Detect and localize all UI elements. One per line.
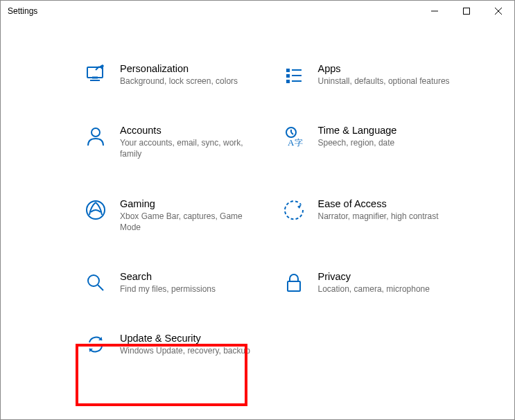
apps-icon xyxy=(282,63,306,87)
category-title: Update & Security xyxy=(120,333,261,344)
category-title: Privacy xyxy=(318,271,460,282)
svg-rect-9 xyxy=(286,74,290,78)
category-desc: Narrator, magnifier, high contrast xyxy=(318,211,460,222)
category-apps[interactable]: Apps Uninstall, defaults, optional featu… xyxy=(282,63,460,87)
category-title: Personalization xyxy=(120,63,261,74)
titlebar: Settings xyxy=(1,1,514,21)
category-title: Gaming xyxy=(120,198,261,209)
minimize-icon xyxy=(431,8,438,15)
update-security-icon xyxy=(84,333,107,356)
svg-line-22 xyxy=(98,285,103,290)
category-desc: Find my files, permissions xyxy=(120,283,261,295)
search-icon xyxy=(84,271,107,295)
category-search[interactable]: Search Find my files, permissions xyxy=(84,271,261,295)
category-title: Time & Language xyxy=(318,125,460,136)
svg-text:字: 字 xyxy=(295,138,303,148)
gaming-icon xyxy=(84,198,107,222)
category-accounts[interactable]: Accounts Your accounts, email, sync, wor… xyxy=(84,125,261,159)
category-desc: Location, camera, microphone xyxy=(318,283,460,295)
maximize-button[interactable] xyxy=(451,1,482,21)
category-title: Apps xyxy=(318,63,460,74)
category-title: Accounts xyxy=(120,125,261,136)
category-privacy[interactable]: Privacy Location, camera, microphone xyxy=(282,271,460,295)
settings-content: Personalization Background, lock screen,… xyxy=(1,21,514,370)
category-personalization[interactable]: Personalization Background, lock screen,… xyxy=(84,63,261,87)
categories-grid: Personalization Background, lock screen,… xyxy=(84,63,459,356)
category-desc: Windows Update, recovery, backup xyxy=(120,345,261,356)
category-gaming[interactable]: Gaming Xbox Game Bar, captures, Game Mod… xyxy=(84,198,261,233)
svg-rect-8 xyxy=(286,69,290,72)
time-language-icon: A 字 xyxy=(282,125,306,148)
category-title: Search xyxy=(120,271,261,282)
category-ease-of-access[interactable]: Ease of Access Narrator, magnifier, high… xyxy=(282,198,460,233)
svg-rect-4 xyxy=(87,67,103,78)
minimize-button[interactable] xyxy=(419,1,451,21)
maximize-icon xyxy=(463,8,470,15)
category-time-language[interactable]: A 字 Time & Language Speech, region, date xyxy=(282,125,460,159)
category-desc: Your accounts, email, sync, work, family xyxy=(120,137,261,159)
privacy-icon xyxy=(282,271,306,295)
svg-line-17 xyxy=(291,132,293,134)
category-desc: Speech, region, date xyxy=(318,137,460,148)
personalization-icon xyxy=(84,63,107,87)
accounts-icon xyxy=(84,125,107,148)
svg-rect-23 xyxy=(288,281,300,291)
svg-rect-1 xyxy=(464,8,470,15)
ease-of-access-icon xyxy=(282,198,306,222)
category-desc: Xbox Game Bar, captures, Game Mode xyxy=(120,211,261,233)
svg-point-14 xyxy=(91,128,100,137)
svg-point-21 xyxy=(88,275,99,286)
close-button[interactable] xyxy=(482,1,514,21)
window-title: Settings xyxy=(8,6,37,16)
svg-text:A: A xyxy=(288,137,295,148)
category-desc: Uninstall, defaults, optional features xyxy=(318,76,460,87)
close-icon xyxy=(495,8,502,15)
category-title: Ease of Access xyxy=(318,198,460,209)
svg-rect-10 xyxy=(286,80,290,83)
category-desc: Background, lock screen, colors xyxy=(120,76,261,87)
category-update-security[interactable]: Update & Security Windows Update, recove… xyxy=(84,333,261,356)
